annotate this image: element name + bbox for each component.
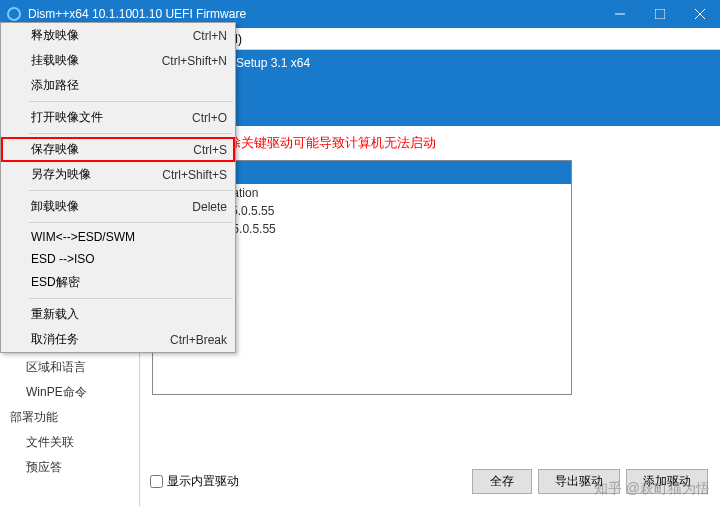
menu-separator (29, 222, 233, 223)
menu-esd-decrypt[interactable]: ESD解密 (1, 270, 235, 295)
svg-rect-2 (655, 9, 665, 19)
menu-separator (29, 101, 233, 102)
menu-wim-esd-swm[interactable]: WIM<-->ESD/SWM (1, 226, 235, 248)
file-menu-dropdown: 释放映像Ctrl+N 挂载映像Ctrl+Shift+N 添加路径 打开映像文件C… (0, 22, 236, 353)
checkbox-label: 显示内置驱动 (167, 473, 239, 490)
minimize-button[interactable] (600, 0, 640, 28)
menu-release-image[interactable]: 释放映像Ctrl+N (1, 23, 235, 48)
menu-save-image[interactable]: 保存映像Ctrl+S (1, 137, 235, 162)
show-builtin-checkbox[interactable]: 显示内置驱动 (150, 473, 239, 490)
window-title: Dism++x64 10.1.1001.10 UEFI Firmware (28, 7, 600, 21)
menu-open-image-file[interactable]: 打开映像文件Ctrl+O (1, 105, 235, 130)
sidebar-item[interactable]: 预应答 (0, 455, 139, 480)
menu-reload[interactable]: 重新载入 (1, 302, 235, 327)
menu-mount-image[interactable]: 挂载映像Ctrl+Shift+N (1, 48, 235, 73)
info-line: 就绪 (198, 108, 712, 126)
info-line: 11 (198, 72, 712, 90)
menu-cancel-task[interactable]: 取消任务Ctrl+Break (1, 327, 235, 352)
sidebar-item[interactable]: WinPE命令 (0, 380, 139, 405)
menu-separator (29, 298, 233, 299)
menu-save-as-image[interactable]: 另存为映像Ctrl+Shift+S (1, 162, 235, 187)
info-line: ndows Setup 3.1 x64 (198, 54, 712, 72)
sidebar-section-header: 部署功能 (0, 405, 139, 430)
add-driver-button[interactable]: 添加驱动 (626, 469, 708, 494)
save-all-button[interactable]: 全存 (472, 469, 532, 494)
menu-add-path[interactable]: 添加路径 (1, 73, 235, 98)
menu-unmount-image[interactable]: 卸载映像Delete (1, 194, 235, 219)
menu-esd-iso[interactable]: ESD -->ISO (1, 248, 235, 270)
bottom-bar: 显示内置驱动 全存 导出驱动 添加驱动 (150, 469, 708, 494)
info-line: 映像 (198, 90, 712, 108)
export-driver-button[interactable]: 导出驱动 (538, 469, 620, 494)
svg-point-0 (8, 8, 20, 20)
checkbox-input[interactable] (150, 475, 163, 488)
close-button[interactable] (680, 0, 720, 28)
maximize-button[interactable] (640, 0, 680, 28)
menu-separator (29, 190, 233, 191)
menu-separator (29, 133, 233, 134)
sidebar-item[interactable]: 区域和语言 (0, 355, 139, 380)
app-icon (6, 6, 22, 22)
sidebar-item[interactable]: 文件关联 (0, 430, 139, 455)
